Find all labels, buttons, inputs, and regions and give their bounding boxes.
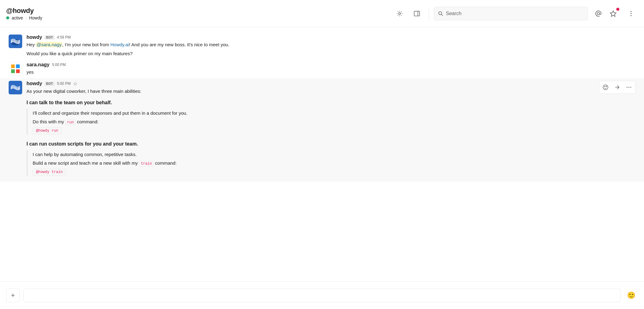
star-icon	[610, 10, 617, 17]
code-block-1: @howdy run	[33, 127, 62, 134]
header-status: active | Howdy	[6, 15, 393, 20]
inline-code-run: run	[65, 120, 76, 125]
search-placeholder-text: Search	[446, 11, 462, 16]
howdy-link[interactable]: Howdy.ai	[110, 42, 129, 47]
mentions-button[interactable]	[592, 7, 605, 20]
input-area: + 🙂	[0, 281, 644, 309]
svg-point-0	[399, 12, 401, 14]
header-left: @howdy active | Howdy	[6, 7, 393, 20]
bot-badge: BOT	[45, 35, 55, 39]
three-dots-icon	[626, 84, 632, 90]
header-right-icons	[592, 7, 638, 20]
status-indicator	[6, 16, 9, 19]
avatar	[9, 35, 22, 48]
message-text-2: Would you like a quick primer on my main…	[26, 50, 635, 57]
sender-name: howdy	[26, 81, 42, 86]
svg-point-24	[630, 87, 631, 88]
blockquote-text-2: Do this with my run command:	[33, 118, 635, 126]
search-bar[interactable]: Search	[434, 7, 588, 20]
emoji-picker-button[interactable]: 🙂	[624, 289, 638, 302]
sender-name: sara.nagy	[26, 62, 50, 68]
svg-point-5	[597, 12, 600, 15]
svg-point-23	[629, 87, 630, 88]
ability-block-1: I can talk to the team on your behalf. I…	[26, 99, 635, 135]
header-actions: Search	[393, 7, 638, 20]
message-text: Hey @sara.nagy, I'm your new bot from Ho…	[26, 41, 635, 48]
sara-avatar-image	[9, 62, 22, 76]
panel-icon	[414, 10, 420, 17]
inline-code-train: train	[139, 161, 154, 167]
ability-block-2: I can run custom scripts for you and you…	[26, 140, 635, 176]
svg-rect-12	[9, 62, 22, 76]
search-icon	[438, 11, 443, 16]
at-icon	[595, 10, 602, 17]
plus-icon: +	[11, 291, 15, 299]
code-block-2: @howdy train	[33, 169, 66, 175]
settings-button[interactable]	[393, 7, 406, 20]
svg-point-22	[627, 87, 628, 88]
ability-heading-1: I can talk to the team on your behalf.	[26, 99, 635, 106]
table-row: sara.nagy 5:00 PM yes	[0, 60, 644, 78]
svg-point-17	[603, 85, 608, 90]
svg-point-8	[630, 13, 631, 14]
message-text: As your new digital coworker, I have thr…	[26, 88, 635, 95]
blockquote-1: I'll collect and organize their response…	[26, 109, 635, 135]
star-message-icon[interactable]: ☆	[73, 81, 77, 87]
gear-icon	[396, 10, 403, 17]
avatar	[9, 62, 22, 76]
svg-point-9	[630, 15, 631, 16]
svg-point-7	[630, 11, 631, 12]
emoji-add-icon	[602, 84, 609, 90]
avatar	[9, 81, 22, 94]
table-row: howdy BOT 5:00 PM ☆ As your new digital …	[0, 78, 644, 182]
channel-title: @howdy	[6, 7, 393, 15]
message-content: howdy BOT 5:00 PM ☆ As your new digital …	[26, 81, 635, 179]
more-actions-button[interactable]	[623, 82, 634, 93]
header-divider	[429, 7, 429, 20]
svg-marker-6	[610, 11, 616, 16]
blockquote-text-3: I can help by automating common, repetit…	[33, 151, 635, 158]
message-text: yes	[26, 69, 635, 76]
svg-rect-1	[414, 11, 420, 16]
message-time: 5:00 PM	[57, 81, 71, 86]
panel-toggle-button[interactable]	[410, 7, 424, 20]
more-button[interactable]	[624, 7, 638, 20]
mention-sara: @sara.nagy	[36, 42, 62, 47]
status-divider: |	[26, 15, 27, 20]
svg-rect-15	[16, 64, 20, 68]
share-icon	[614, 84, 620, 90]
notification-badge	[616, 8, 619, 11]
blockquote-text-4: Build a new script and teach me a new sk…	[33, 159, 635, 167]
add-emoji-button[interactable]	[600, 82, 611, 93]
emoji-icon: 🙂	[627, 291, 635, 299]
svg-rect-14	[11, 69, 15, 73]
svg-rect-16	[16, 69, 20, 73]
message-content: sara.nagy 5:00 PM yes	[26, 62, 635, 76]
message-time: 4:59 PM	[57, 35, 71, 39]
messages-area: howdy BOT 4:59 PM Hey @sara.nagy, I'm yo…	[0, 27, 644, 281]
message-input[interactable]	[23, 289, 621, 302]
message-time: 5:00 PM	[52, 63, 66, 67]
sender-name: howdy	[26, 35, 42, 40]
share-button[interactable]	[612, 82, 623, 93]
message-header: howdy BOT 5:00 PM ☆	[26, 81, 635, 87]
message-header: howdy BOT 4:59 PM	[26, 35, 635, 40]
svg-point-3	[439, 11, 442, 14]
message-content: howdy BOT 4:59 PM Hey @sara.nagy, I'm yo…	[26, 35, 635, 57]
bot-badge: BOT	[45, 82, 55, 86]
svg-line-4	[442, 14, 443, 16]
ability-heading-2: I can run custom scripts for you and you…	[26, 140, 635, 148]
status-active-label: active	[12, 15, 23, 20]
howdy-avatar-image	[9, 35, 22, 48]
message-actions	[599, 81, 635, 94]
message-header: sara.nagy 5:00 PM	[26, 62, 635, 68]
svg-point-20	[605, 86, 605, 87]
svg-rect-13	[11, 64, 15, 68]
table-row: howdy BOT 4:59 PM Hey @sara.nagy, I'm yo…	[0, 32, 644, 60]
more-vertical-icon	[628, 10, 634, 17]
attach-button[interactable]: +	[6, 289, 20, 302]
channel-name-label: Howdy	[29, 15, 42, 20]
header: @howdy active | Howdy	[0, 0, 644, 27]
blockquote-text-1: I'll collect and organize their response…	[33, 109, 635, 117]
blockquote-2: I can help by automating common, repetit…	[26, 150, 635, 176]
